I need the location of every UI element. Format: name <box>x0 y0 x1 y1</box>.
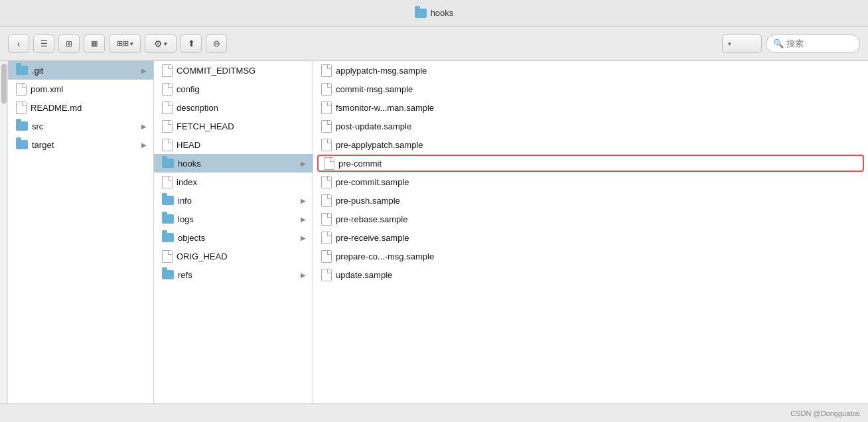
list-item[interactable]: hooks ▶ <box>154 154 313 173</box>
file-icon <box>321 194 332 207</box>
item-label: refs <box>178 270 297 280</box>
item-label: hooks <box>178 159 297 169</box>
title-folder-icon <box>415 9 427 18</box>
list-item[interactable]: update.sample <box>313 265 868 284</box>
item-label: target <box>32 140 137 150</box>
scrollbar-thumb[interactable] <box>1 64 7 104</box>
cover-view-button[interactable]: ▦ <box>84 35 105 53</box>
chevron-right-icon: ▶ <box>141 141 147 149</box>
list-item[interactable]: .git ▶ <box>8 61 153 80</box>
toolbar: ‹ ☰ ⊞ ▦ ⊞⊞ ▾ ⚙ ▾ ⬆ ⊖ ▾ 🔍 <box>0 27 868 61</box>
list-item[interactable]: pom.xml <box>8 80 153 98</box>
item-label: fsmonitor-w...man.sample <box>336 103 861 113</box>
list-item[interactable]: config <box>154 80 313 98</box>
list-item[interactable]: info ▶ <box>154 191 313 210</box>
file-icon <box>321 83 332 96</box>
list-item[interactable]: applypatch-msg.sample <box>313 61 868 80</box>
item-label: pom.xml <box>31 84 147 94</box>
back-button[interactable]: ‹ <box>8 35 29 53</box>
item-label: FETCH_HEAD <box>177 121 306 131</box>
tag-icon: ⊖ <box>213 38 220 48</box>
column-pane-3: applypatch-msg.sample commit-msg.sample … <box>313 61 868 403</box>
item-label: post-update.sample <box>336 121 861 131</box>
list-item[interactable]: pre-commit.sample <box>313 173 868 191</box>
list-item[interactable]: index <box>154 173 313 191</box>
list-item[interactable]: target ▶ <box>8 135 153 154</box>
column-pane-2: COMMIT_EDITMSG config description FETCH_… <box>154 61 313 403</box>
item-label: config <box>177 84 306 94</box>
item-label: applypatch-msg.sample <box>336 66 861 76</box>
left-scrollbar[interactable] <box>0 61 8 403</box>
folder-icon <box>162 159 174 168</box>
folder-icon <box>162 270 174 279</box>
window-title: hooks <box>431 8 454 18</box>
view-options-button[interactable]: ⊞⊞ ▾ <box>109 35 141 53</box>
file-icon <box>162 83 173 96</box>
content-area: .git ▶ pom.xml README.md src ▶ target ▶ … <box>0 61 868 403</box>
list-item[interactable]: pre-receive.sample <box>313 228 868 247</box>
file-icon <box>321 250 332 263</box>
file-icon <box>321 176 332 188</box>
credit-text: CSDN @Dongguabai <box>790 409 860 417</box>
chevron-right-icon: ▶ <box>301 160 306 167</box>
item-label: pre-receive.sample <box>336 233 861 243</box>
list-item[interactable]: post-update.sample <box>313 117 868 135</box>
item-label: pre-applypatch.sample <box>336 140 861 150</box>
file-icon <box>321 102 332 114</box>
column-view-button[interactable]: ⊞ <box>58 35 80 53</box>
chevron-right-icon: ▶ <box>301 197 306 204</box>
file-icon <box>321 120 332 133</box>
folder-icon <box>162 214 174 224</box>
list-item[interactable]: README.md <box>8 98 153 117</box>
chevron-down-icon: ▾ <box>130 40 133 47</box>
list-item[interactable]: pre-rebase.sample <box>313 210 868 228</box>
cover-icon: ▦ <box>91 39 98 48</box>
item-label: description <box>177 103 306 113</box>
list-item-pre-commit[interactable]: pre-commit <box>317 155 864 172</box>
share-button[interactable]: ⬆ <box>181 35 202 53</box>
list-item[interactable]: commit-msg.sample <box>313 80 868 98</box>
title-bar: hooks <box>0 0 868 27</box>
file-icon <box>162 120 173 133</box>
list-item[interactable]: fsmonitor-w...man.sample <box>313 98 868 117</box>
list-item[interactable]: refs ▶ <box>154 265 313 284</box>
file-icon <box>321 232 332 244</box>
list-item[interactable]: objects ▶ <box>154 228 313 247</box>
list-item[interactable]: pre-applypatch.sample <box>313 135 868 154</box>
tag-button[interactable]: ⊖ <box>206 35 227 53</box>
gear-icon: ⚙ <box>154 38 163 49</box>
file-icon <box>162 102 173 114</box>
search-input[interactable] <box>786 38 853 48</box>
action-button[interactable]: ⚙ ▾ <box>145 35 177 53</box>
list-item[interactable]: pre-push.sample <box>313 191 868 210</box>
item-label: COMMIT_EDITMSG <box>177 66 306 76</box>
file-icon <box>324 157 334 170</box>
item-label: pre-commit.sample <box>336 177 861 187</box>
item-label: info <box>178 196 297 206</box>
item-label: ORIG_HEAD <box>177 251 306 261</box>
item-label: HEAD <box>177 140 306 150</box>
list-item[interactable]: prepare-co...-msg.sample <box>313 247 868 265</box>
list-item[interactable]: FETCH_HEAD <box>154 117 313 135</box>
item-label: README.md <box>31 103 147 113</box>
list-view-button[interactable]: ☰ <box>33 35 54 53</box>
chevron-right-icon: ▶ <box>301 271 306 279</box>
list-item[interactable]: ORIG_HEAD <box>154 247 313 265</box>
item-label: .git <box>32 66 137 76</box>
grid-icon: ⊞⊞ <box>117 39 129 48</box>
chevron-right-icon: ▶ <box>141 67 147 74</box>
search-bar[interactable]: 🔍 <box>766 35 860 53</box>
dropdown-chevron-icon: ▾ <box>728 40 731 47</box>
column-icon: ⊞ <box>66 39 72 48</box>
status-bar: CSDN @Dongguabai <box>0 403 868 422</box>
list-item[interactable]: HEAD <box>154 135 313 154</box>
list-item[interactable]: description <box>154 98 313 117</box>
sort-dropdown[interactable]: ▾ <box>722 35 762 53</box>
item-label: logs <box>178 214 297 224</box>
list-item[interactable]: COMMIT_EDITMSG <box>154 61 313 80</box>
list-icon: ☰ <box>40 39 48 48</box>
list-item[interactable]: src ▶ <box>8 117 153 135</box>
item-label: index <box>177 177 306 187</box>
item-label: update.sample <box>336 270 861 280</box>
list-item[interactable]: logs ▶ <box>154 210 313 228</box>
